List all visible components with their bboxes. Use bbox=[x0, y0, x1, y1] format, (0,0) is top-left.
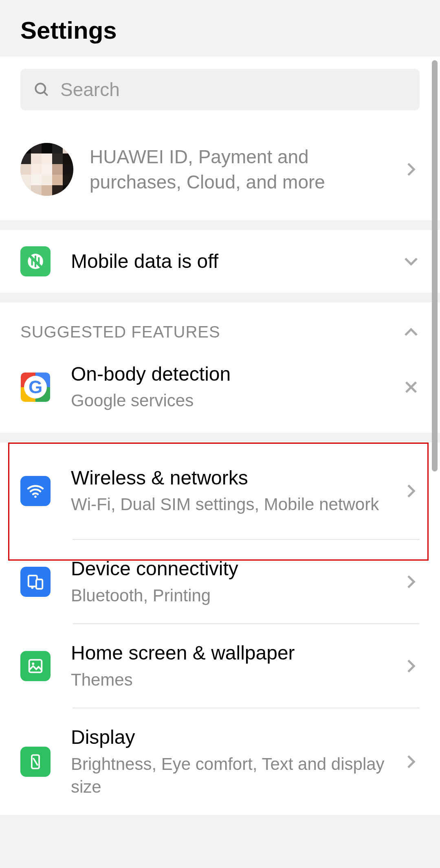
mobile-data-off-icon bbox=[20, 246, 51, 276]
setting-subtitle: Bluetooth, Printing bbox=[71, 584, 394, 607]
search-box[interactable] bbox=[20, 69, 420, 110]
page-title: Settings bbox=[20, 16, 420, 44]
svg-line-13 bbox=[33, 758, 38, 765]
chevron-right-icon bbox=[403, 753, 420, 770]
suggested-features-header[interactable]: SUGGESTED FEATURES bbox=[0, 302, 440, 353]
mobile-data-title: Mobile data is off bbox=[71, 249, 394, 274]
setting-title: Home screen & wallpaper bbox=[71, 640, 394, 666]
setting-display[interactable]: Display Brightness, Eye comfort, Text an… bbox=[0, 708, 440, 815]
svg-point-0 bbox=[35, 83, 45, 93]
chevron-down-icon bbox=[403, 253, 420, 270]
setting-wireless-networks[interactable]: Wireless & networks Wi-Fi, Dual SIM sett… bbox=[0, 443, 440, 539]
chevron-right-icon bbox=[403, 573, 420, 590]
account-subtitle: HUAWEI ID, Payment and purchases, Cloud,… bbox=[90, 144, 394, 195]
setting-subtitle: Themes bbox=[71, 669, 394, 692]
search-input[interactable] bbox=[60, 79, 407, 101]
svg-rect-8 bbox=[36, 579, 42, 589]
svg-point-9 bbox=[31, 586, 33, 589]
display-icon bbox=[20, 747, 51, 777]
setting-title: Display bbox=[71, 725, 394, 750]
chevron-right-icon bbox=[403, 482, 420, 500]
suggested-features-label: SUGGESTED FEATURES bbox=[20, 323, 403, 341]
svg-point-11 bbox=[32, 662, 34, 665]
avatar bbox=[20, 143, 73, 196]
wifi-icon bbox=[20, 476, 51, 506]
connectivity-icon bbox=[20, 567, 51, 597]
svg-line-1 bbox=[44, 92, 48, 96]
close-icon[interactable] bbox=[403, 379, 420, 396]
search-container bbox=[0, 57, 440, 123]
setting-home-wallpaper[interactable]: Home screen & wallpaper Themes bbox=[0, 624, 440, 708]
scrollbar-thumb[interactable] bbox=[432, 60, 438, 471]
svg-rect-10 bbox=[29, 660, 42, 672]
google-icon: G bbox=[20, 372, 51, 402]
chevron-up-icon bbox=[403, 324, 420, 341]
wallpaper-icon bbox=[20, 651, 51, 681]
setting-title: Wireless & networks bbox=[71, 465, 394, 491]
svg-point-6 bbox=[34, 495, 37, 498]
search-icon bbox=[33, 81, 51, 99]
suggested-item-subtitle: Google services bbox=[71, 389, 394, 412]
setting-device-connectivity[interactable]: Device connectivity Bluetooth, Printing bbox=[0, 540, 440, 623]
account-row[interactable]: HUAWEI ID, Payment and purchases, Cloud,… bbox=[0, 123, 440, 220]
chevron-right-icon bbox=[403, 658, 420, 675]
app-header: Settings bbox=[0, 0, 440, 57]
setting-subtitle: Wi-Fi, Dual SIM settings, Mobile network bbox=[71, 493, 394, 516]
chevron-right-icon bbox=[403, 161, 420, 178]
setting-subtitle: Brightness, Eye comfort, Text and displa… bbox=[71, 753, 394, 799]
suggested-item-onbody[interactable]: G On-body detection Google services bbox=[0, 353, 440, 433]
suggested-item-title: On-body detection bbox=[71, 362, 394, 387]
setting-title: Device connectivity bbox=[71, 556, 394, 581]
mobile-data-notice-row[interactable]: Mobile data is off bbox=[0, 230, 440, 293]
